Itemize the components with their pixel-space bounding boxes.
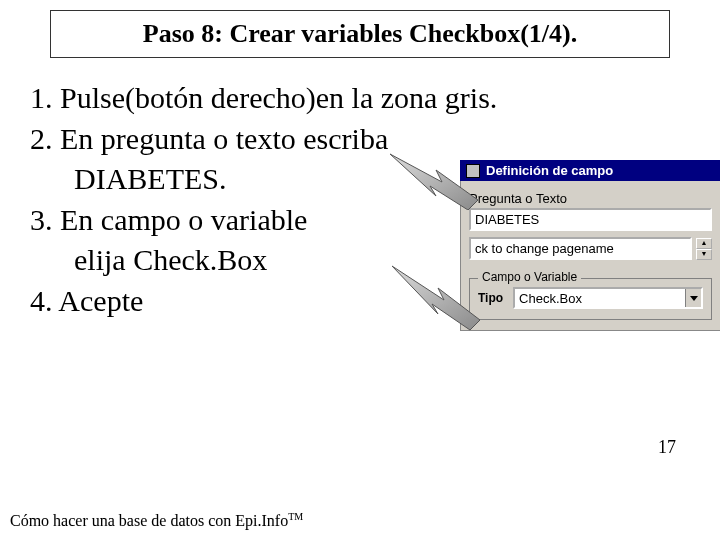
- field-definition-dialog: Definición de campo Pregunta o Texto ▲ ▼…: [460, 160, 720, 331]
- fieldset-legend: Campo o Variable: [478, 270, 581, 284]
- tipo-value: Check.Box: [515, 289, 685, 307]
- tipo-label: Tipo: [478, 291, 503, 305]
- dialog-body: Pregunta o Texto ▲ ▼ Campo o Variable Ti…: [460, 181, 720, 331]
- step-2: 2. En pregunta o texto escriba: [30, 119, 690, 160]
- field-variable-group: Campo o Variable Tipo Check.Box: [469, 278, 712, 320]
- pagename-row: ▲ ▼: [469, 237, 712, 260]
- page-number: 17: [658, 437, 696, 488]
- trademark-symbol: TM: [288, 511, 303, 522]
- question-label: Pregunta o Texto: [469, 191, 712, 206]
- title-bar: Paso 8: Crear variables Checkbox(1/4).: [50, 10, 670, 58]
- footer-caption: Cómo hacer una base de datos con Epi.Inf…: [10, 511, 303, 530]
- slide-footer: Cómo hacer una base de datos con Epi.Inf…: [0, 503, 720, 540]
- pagename-input[interactable]: [469, 237, 692, 260]
- step-1: 1. Pulse(botón derecho)en la zona gris.: [30, 78, 690, 119]
- pagename-stepper[interactable]: ▲ ▼: [696, 238, 712, 260]
- dialog-titlebar: Definición de campo: [460, 160, 720, 181]
- tipo-combobox[interactable]: Check.Box: [513, 287, 703, 309]
- stepper-up-icon[interactable]: ▲: [696, 238, 712, 249]
- footer-text-a: Cómo hacer una base de datos con: [10, 512, 235, 529]
- question-input[interactable]: [469, 208, 712, 231]
- chevron-down-icon[interactable]: [685, 289, 701, 307]
- dialog-icon: [466, 164, 480, 178]
- stepper-down-icon[interactable]: ▼: [696, 249, 712, 260]
- footer-text-b: Epi.Info: [235, 512, 288, 529]
- dialog-title-text: Definición de campo: [486, 163, 613, 178]
- page-title: Paso 8: Crear variables Checkbox(1/4).: [143, 19, 578, 48]
